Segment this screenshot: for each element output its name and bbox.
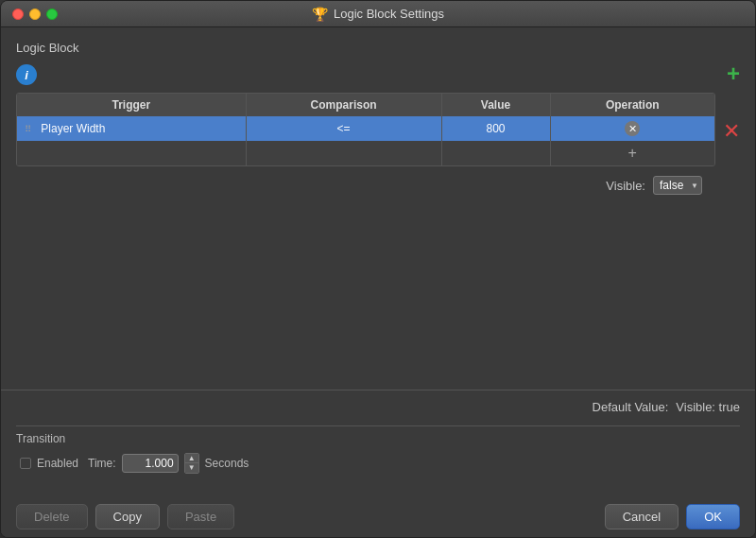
section-label: Logic Block bbox=[16, 41, 740, 55]
table-row[interactable]: ⠿ Player Width <= 800 ✕ bbox=[17, 116, 714, 141]
stepper-up-button[interactable]: ▲ bbox=[185, 454, 198, 463]
cell-comparison: <= bbox=[246, 116, 441, 141]
logic-empty-area bbox=[16, 202, 740, 390]
window-title: 🏆 Logic Block Settings bbox=[312, 7, 444, 22]
empty-operation: + bbox=[550, 141, 714, 165]
conditions-table: Trigger Comparison Value Operation ⠿ Pla… bbox=[17, 94, 714, 165]
conditions-table-wrapper: Trigger Comparison Value Operation ⠿ Pla… bbox=[16, 93, 715, 166]
time-label: Time: bbox=[88, 457, 116, 470]
table-container: Trigger Comparison Value Operation ⠿ Pla… bbox=[16, 93, 740, 166]
col-value: Value bbox=[441, 94, 550, 116]
seconds-label: Seconds bbox=[205, 457, 249, 470]
cell-trigger: ⠿ Player Width bbox=[17, 116, 246, 141]
transition-label: Transition bbox=[16, 425, 740, 445]
delete-button[interactable]: Delete bbox=[16, 504, 88, 529]
enabled-checkbox-wrapper: Enabled bbox=[20, 457, 78, 470]
visible-select[interactable]: false true bbox=[653, 176, 702, 195]
minimize-button[interactable] bbox=[29, 9, 41, 20]
col-trigger: Trigger bbox=[17, 94, 246, 116]
transition-controls: Enabled Time: ▲ ▼ Seconds bbox=[16, 453, 740, 474]
info-icon[interactable]: i bbox=[16, 64, 37, 85]
divider bbox=[1, 390, 755, 390]
transition-section: Transition Enabled Time: ▲ ▼ Seconds bbox=[16, 425, 740, 474]
bottom-left-buttons: Delete Copy Paste bbox=[16, 504, 234, 529]
enabled-label: Enabled bbox=[37, 457, 78, 470]
delete-condition-button[interactable]: ✕ bbox=[723, 121, 740, 142]
titlebar: 🏆 Logic Block Settings bbox=[1, 1, 755, 27]
enabled-checkbox[interactable] bbox=[20, 458, 31, 469]
window-icon: 🏆 bbox=[312, 7, 328, 22]
bottom-right-buttons: Cancel OK bbox=[605, 504, 740, 529]
visible-select-wrapper: false true bbox=[653, 176, 702, 195]
block-header: i + bbox=[16, 64, 740, 85]
default-value-row: Default Value: Visible: true bbox=[16, 400, 740, 414]
empty-comparison bbox=[246, 141, 441, 165]
empty-trigger bbox=[17, 141, 246, 165]
row-delete-icon[interactable]: ✕ bbox=[625, 121, 640, 136]
visible-label: Visible: bbox=[606, 179, 645, 193]
close-button[interactable] bbox=[12, 9, 24, 20]
maximize-button[interactable] bbox=[46, 9, 58, 20]
traffic-lights bbox=[12, 9, 58, 20]
side-actions: ✕ bbox=[723, 93, 740, 142]
time-stepper: ▲ ▼ bbox=[184, 453, 199, 474]
col-operation: Operation bbox=[550, 94, 714, 116]
paste-button[interactable]: Paste bbox=[167, 504, 234, 529]
content-area: Logic Block i + Trigger Comparison Value… bbox=[1, 27, 755, 496]
default-visible-text: Visible: true bbox=[676, 400, 740, 414]
cell-operation: ✕ bbox=[550, 116, 714, 141]
empty-row: + bbox=[17, 141, 714, 165]
visible-row: Visible: false true bbox=[16, 176, 740, 195]
stepper-down-button[interactable]: ▼ bbox=[185, 463, 198, 473]
copy-button[interactable]: Copy bbox=[95, 504, 160, 529]
main-window: 🏆 Logic Block Settings Logic Block i + T… bbox=[0, 0, 756, 538]
col-comparison: Comparison bbox=[246, 94, 441, 116]
cell-value: 800 bbox=[441, 116, 550, 141]
row-add-icon[interactable]: + bbox=[625, 146, 640, 161]
default-value-label: Default Value: bbox=[593, 400, 669, 414]
bottom-bar: Delete Copy Paste Cancel OK bbox=[1, 496, 755, 537]
time-input[interactable] bbox=[122, 454, 179, 473]
ok-button[interactable]: OK bbox=[686, 504, 740, 529]
cancel-button[interactable]: Cancel bbox=[605, 504, 679, 529]
time-input-wrapper: Time: ▲ ▼ Seconds bbox=[88, 453, 249, 474]
drag-handle-icon: ⠿ bbox=[25, 124, 34, 134]
empty-value bbox=[441, 141, 550, 165]
add-rule-button[interactable]: + bbox=[727, 62, 740, 85]
